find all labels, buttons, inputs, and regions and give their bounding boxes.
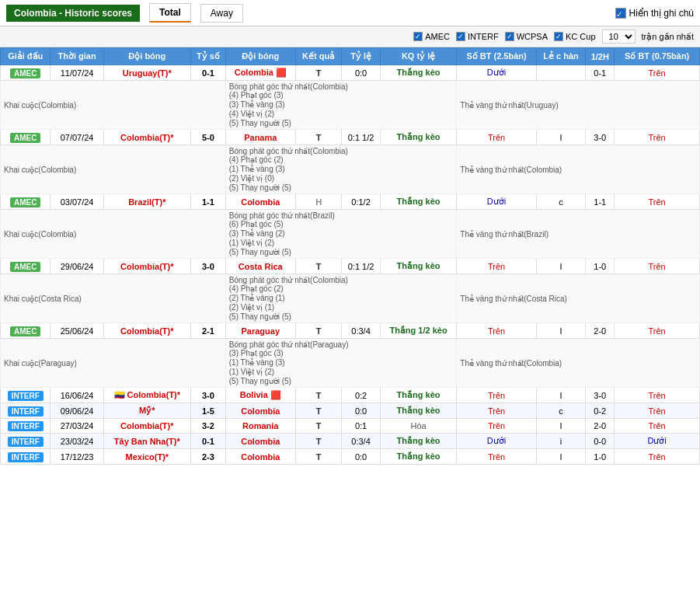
date-cell: 09/06/24 (50, 403, 103, 419)
detail-line: (3) Phạt góc (3) (229, 349, 454, 357)
col-doi-bong-2: Đội bóng (225, 48, 295, 65)
score-cell: 1-5 (190, 403, 225, 419)
half-cell: 3-0 (586, 130, 615, 145)
team2-cell[interactable]: Colombia (225, 449, 295, 465)
detail-the-vang: Thẻ vàng thứ nhất(Brazil) (457, 210, 700, 259)
col-ty-le: Tỷ lệ (342, 48, 380, 65)
detail-line: (4) Phạt góc (2) (229, 284, 454, 293)
date-cell: 29/06/24 (50, 259, 103, 274)
team1-cell[interactable]: Colombia(T)* (103, 323, 190, 339)
half-cell: 1-0 (586, 259, 615, 274)
kq-ratio-cell: Thắng kèo (380, 130, 457, 145)
kq-ratio-cell: Thắng kèo (380, 388, 457, 403)
filter-amec-label[interactable]: AMEC (425, 32, 450, 41)
date-cell: 16/06/24 (50, 388, 103, 403)
team2-cell[interactable]: Colombia 🟥 (225, 65, 295, 81)
count-select[interactable]: 10 20 30 (602, 30, 636, 44)
team2-cell[interactable]: Colombia (225, 194, 295, 210)
score-cell: 2-3 (190, 449, 225, 465)
team2-cell[interactable]: Costa Rica (225, 259, 295, 274)
detail-row: Khai cuộc(Colombia) Bóng phát góc thứ nh… (1, 145, 700, 194)
team1-cell[interactable]: Tây Ban Nha(T)* (103, 434, 190, 449)
badge-cell: INTERF (1, 388, 50, 403)
team2-cell[interactable]: Paraguay (225, 323, 295, 339)
filter-interf-label[interactable]: INTERF (468, 32, 499, 41)
so-bt-cell: Trên (457, 323, 536, 339)
filter-wcpsa-label[interactable]: WCPSA (517, 32, 548, 41)
team1-cell[interactable]: Uruguay(T)* (103, 65, 190, 81)
table-row[interactable]: INTERF 23/03/24 Tây Ban Nha(T)* 0-1 Colo… (1, 434, 700, 449)
table-row[interactable]: AMEC 29/06/24 Colombia(T)* 3-0 Costa Ric… (1, 259, 700, 274)
ratio-cell: 0:0 (342, 449, 380, 465)
detail-the-vang: Thẻ vàng thứ nhất(Colombia) (457, 145, 700, 194)
detail-the-vang: Thẻ vàng thứ nhất(Colombia) (457, 339, 700, 388)
badge-cell: AMEC (1, 194, 50, 210)
detail-bong: Bóng phát góc thứ nhất(Brazil) (6) Phạt … (225, 210, 457, 259)
tab-away[interactable]: Away (200, 4, 243, 23)
table-header-row: Giải đấu Thời gian Đội bóng Tỷ số Đội bó… (1, 48, 700, 65)
table-row[interactable]: AMEC 11/07/24 Uruguay(T)* 0-1 Colombia 🟥… (1, 65, 700, 81)
half-cell: 2-0 (586, 323, 615, 339)
table-row[interactable]: INTERF 27/03/24 Colombia(T)* 3-2 Romania… (1, 419, 700, 434)
table-row[interactable]: INTERF 09/06/24 Mỹ* 1-5 Colombia T 0:0 T… (1, 403, 700, 419)
badge-cell: AMEC (1, 130, 50, 145)
so-bt-cell: Trên (457, 403, 536, 419)
table-row[interactable]: AMEC 07/07/24 Colombia(T)* 5-0 Panama T … (1, 130, 700, 145)
nearest-label: trận gần nhất (642, 32, 694, 42)
detail-line: (5) Thay người (5) (229, 377, 454, 385)
team1-cell[interactable]: Colombia(T)* (103, 259, 190, 274)
detail-line: (1) Việt vị (2) (229, 239, 454, 247)
team2-cell[interactable]: Panama (225, 130, 295, 145)
ratio-cell: 0:2 (342, 388, 380, 403)
table-row[interactable]: AMEC 03/07/24 Brazil(T)* 1-1 Colombia H … (1, 194, 700, 210)
ratio-cell: 0:0 (342, 65, 380, 81)
so-bt-cell: Trên (457, 419, 536, 434)
col-doi-bong-1: Đội bóng (103, 48, 190, 65)
team1-cell[interactable]: Brazil(T)* (103, 194, 190, 210)
team1-cell[interactable]: Colombia(T)* (103, 130, 190, 145)
kq-ratio-cell: Thắng kèo (380, 449, 457, 465)
table-row[interactable]: AMEC 25/06/24 Colombia(T)* 2-1 Paraguay … (1, 323, 700, 339)
result-cell: T (295, 65, 342, 81)
team1-cell[interactable]: Mexico(T)* (103, 449, 190, 465)
team2-cell[interactable]: Colombia (225, 434, 295, 449)
so-bt2-cell: Trên (615, 419, 700, 434)
detail-line: (4) Phạt góc (2) (229, 155, 454, 164)
team1-cell[interactable]: Colombia(T)* (103, 419, 190, 434)
team2-cell[interactable]: Romania (225, 419, 295, 434)
detail-line: (2) Việt vị (1) (229, 303, 454, 312)
detail-line: (6) Phạt góc (5) (229, 220, 454, 228)
detail-line: (2) Thẻ vàng (1) (229, 294, 454, 302)
filter-kc-cup-label[interactable]: KC Cup (566, 32, 596, 41)
badge-cell: AMEC (1, 65, 50, 81)
detail-line: (4) Phạt góc (3) (229, 91, 454, 99)
table-row[interactable]: INTERF 17/12/23 Mexico(T)* 2-3 Colombia … (1, 449, 700, 465)
le-c-han-cell: I (536, 323, 586, 339)
col-thoi-gian: Thời gian (50, 48, 103, 65)
show-note-toggle[interactable]: ✓ Hiển thị ghi chú (615, 8, 694, 19)
table-row[interactable]: INTERF 16/06/24 🇨🇴 Colombia(T)* 3-0 Boli… (1, 388, 700, 403)
team1-cell[interactable]: 🇨🇴 Colombia(T)* (103, 388, 190, 403)
detail-line: (4) Việt vị (2) (229, 110, 454, 118)
team2-cell[interactable]: Colombia (225, 403, 295, 419)
so-bt2-cell: Trên (615, 65, 700, 81)
le-c-han-cell (536, 65, 586, 81)
ratio-cell: 0:1 1/2 (342, 259, 380, 274)
date-cell: 17/12/23 (50, 449, 103, 465)
tab-total[interactable]: Total (149, 3, 191, 23)
date-cell: 27/03/24 (50, 419, 103, 434)
le-c-han-cell: I (536, 388, 586, 403)
ratio-cell: 0:3/4 (342, 323, 380, 339)
detail-khai-cuoc: Khai cuộc(Paraguay) (1, 339, 226, 388)
half-cell: 0-2 (586, 403, 615, 419)
so-bt-cell: Dưới (457, 434, 536, 449)
team2-cell[interactable]: Bolivia 🟥 (225, 388, 295, 403)
col-le-c-han: Lẻ c hàn (536, 48, 586, 65)
team1-cell[interactable]: Mỹ* (103, 403, 190, 419)
kq-ratio-cell: Hòa (380, 419, 457, 434)
le-c-han-cell: c (536, 194, 586, 210)
kq-ratio-cell: Thắng kèo (380, 259, 457, 274)
so-bt2-cell: Trên (615, 323, 700, 339)
so-bt2-cell: Trên (615, 259, 700, 274)
date-cell: 23/03/24 (50, 434, 103, 449)
